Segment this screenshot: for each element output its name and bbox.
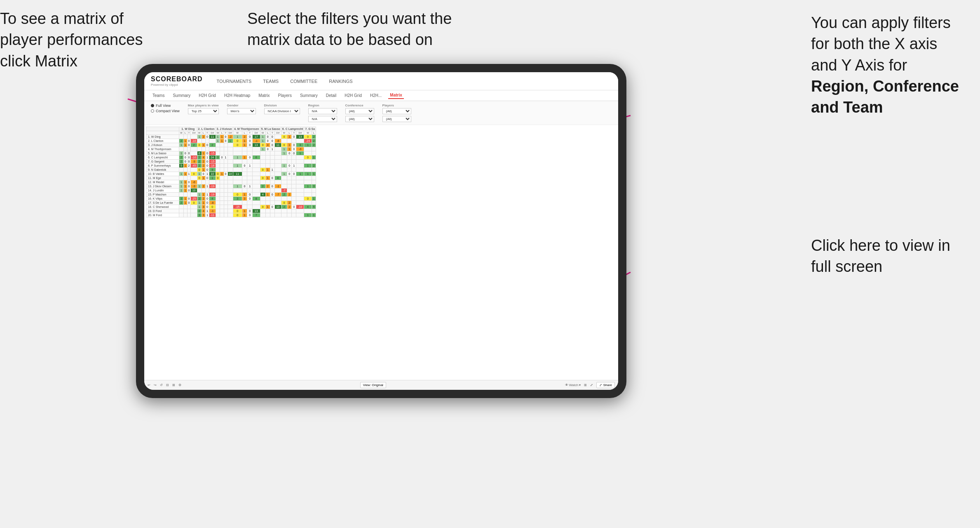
- screen-btn[interactable]: ⊞: [584, 383, 587, 387]
- matrix-cell: [260, 156, 265, 160]
- conference-select-2[interactable]: (All): [345, 116, 374, 122]
- matrix-cell: [260, 160, 265, 164]
- region-select-2[interactable]: N/A: [308, 116, 337, 122]
- matrix-cell: [312, 209, 316, 213]
- matrix-cell: [312, 168, 316, 172]
- tab-summary[interactable]: Summary: [171, 92, 192, 99]
- nav-teams[interactable]: TEAMS: [261, 78, 280, 85]
- matrix-cell: [242, 151, 247, 156]
- matrix-cell: [312, 151, 316, 156]
- player-name-cell: 1. W Ding: [146, 135, 179, 139]
- matrix-cell: [183, 176, 187, 180]
- matrix-cell: 2: [281, 193, 287, 197]
- radio-compact-view[interactable]: Compact View: [151, 109, 180, 113]
- sh-l7: L: [312, 131, 316, 135]
- matrix-cell: [242, 180, 247, 184]
- matrix-cell: [224, 151, 227, 156]
- players-filter-label: Players: [382, 104, 411, 107]
- fullscreen-btn[interactable]: ⤢: [590, 383, 593, 387]
- matrix-cell: 0: [242, 184, 247, 189]
- tab-matrix-active[interactable]: Matrix: [388, 92, 403, 99]
- matrix-cell: 2: [191, 143, 197, 147]
- tab-players-summary[interactable]: Summary: [298, 92, 319, 99]
- matrix-cell: [247, 189, 253, 193]
- nav-committee[interactable]: COMMITTEE: [288, 78, 319, 85]
- radio-full-view[interactable]: Full View: [151, 104, 180, 108]
- tab-h2h-more[interactable]: H2H...: [368, 92, 383, 99]
- matrix-cell: 1: [202, 176, 205, 180]
- redo-btn[interactable]: ↪: [154, 383, 157, 387]
- max-players-select[interactable]: Top 25: [188, 108, 219, 114]
- matrix-cell: [304, 201, 312, 205]
- players-select-1[interactable]: (All): [382, 108, 411, 114]
- matrix-cell: [252, 184, 260, 189]
- matrix-cell: 0: [233, 193, 242, 197]
- table-row: 9. N Gabrelcik0109011: [146, 168, 316, 172]
- matrix-cell: 0: [265, 135, 270, 139]
- matrix-container[interactable]: 1. W Ding 2. L Clanton 3. J Koivun 4. M …: [146, 127, 617, 217]
- matrix-cell: [220, 143, 224, 147]
- share-btn[interactable]: ⤤ Share: [596, 382, 615, 388]
- matrix-cell: 3: [202, 213, 205, 217]
- matrix-cell: 1: [242, 193, 247, 197]
- sh-t6: T: [292, 131, 296, 135]
- sub-nav: Teams Summary H2H Grid H2H Heatmap Matri…: [144, 90, 618, 101]
- matrix-cell: 0: [205, 164, 209, 168]
- table-row: 3. J Koivun110201020101304011010312: [146, 143, 316, 147]
- tab-h2h-heatmap[interactable]: H2H Heatmap: [223, 92, 252, 99]
- matrix-cell: [287, 168, 291, 172]
- tab-teams[interactable]: Teams: [151, 92, 166, 99]
- player-name-cell: 2. L Clanton: [146, 139, 179, 143]
- matrix-cell: [287, 180, 291, 184]
- matrix-cell: [281, 160, 287, 164]
- nav-rankings[interactable]: RANKINGS: [327, 78, 354, 85]
- matrix-cell: [216, 147, 220, 151]
- matrix-cell: [296, 189, 304, 193]
- settings-btn[interactable]: ⚙: [178, 383, 181, 387]
- matrix-cell: 1: [304, 172, 312, 176]
- view-original-btn[interactable]: View: Original: [360, 382, 386, 388]
- conference-label: Conference: [345, 104, 374, 107]
- matrix-cell: [224, 147, 227, 151]
- matrix-cell: 10: [209, 172, 216, 176]
- tab-h2h-grid[interactable]: H2H Grid: [197, 92, 218, 99]
- matrix-cell: 1: [312, 172, 316, 176]
- matrix-cell: [296, 184, 304, 189]
- matrix-cell: [183, 205, 187, 209]
- matrix-cell: [265, 164, 270, 168]
- sh-d1: Dif: [191, 131, 197, 135]
- conference-select-1[interactable]: (All): [345, 108, 374, 114]
- tab-detail[interactable]: Detail: [324, 92, 338, 99]
- watch-btn[interactable]: 👁 Watch ▾: [565, 383, 581, 387]
- zoom-in-btn[interactable]: ⊞: [172, 383, 175, 387]
- matrix-cell: [292, 193, 296, 197]
- matrix-cell: [227, 189, 233, 193]
- matrix-cell: 0: [260, 176, 265, 180]
- division-select[interactable]: NCAA Division I: [264, 108, 300, 114]
- tab-matrix[interactable]: Matrix: [257, 92, 271, 99]
- toolbar-left: ↩ ↪ ↺ ⊟ ⊞ ⚙: [148, 383, 181, 387]
- matrix-cell: [209, 189, 216, 193]
- undo-btn[interactable]: ↩: [148, 383, 150, 387]
- nav-tournaments[interactable]: TOURNAMENTS: [215, 78, 253, 85]
- matrix-cell: 1: [220, 135, 224, 139]
- tab-h2h-grid2[interactable]: H2H Grid: [343, 92, 363, 99]
- refresh-btn[interactable]: ↺: [160, 383, 163, 387]
- region-select-1[interactable]: N/A: [308, 108, 337, 114]
- matrix-cell: -2: [227, 135, 233, 139]
- sh-l5: L: [265, 131, 270, 135]
- sh-l3: L: [220, 131, 224, 135]
- matrix-cell: 0: [287, 172, 291, 176]
- matrix-cell: 1: [296, 172, 304, 176]
- matrix-cell: 0: [270, 176, 274, 180]
- matrix-cell: 11: [209, 135, 216, 139]
- matrix-cell: -15: [209, 151, 216, 156]
- matrix-cell: 0: [287, 164, 291, 168]
- matrix-cell: 0: [270, 143, 274, 147]
- matrix-cell: 0: [265, 147, 270, 151]
- tab-players[interactable]: Players: [277, 92, 293, 99]
- zoom-out-btn[interactable]: ⊟: [166, 383, 169, 387]
- gender-select[interactable]: Men's: [227, 108, 256, 114]
- players-select-2[interactable]: (All): [382, 116, 411, 122]
- region-label: Region: [308, 104, 337, 107]
